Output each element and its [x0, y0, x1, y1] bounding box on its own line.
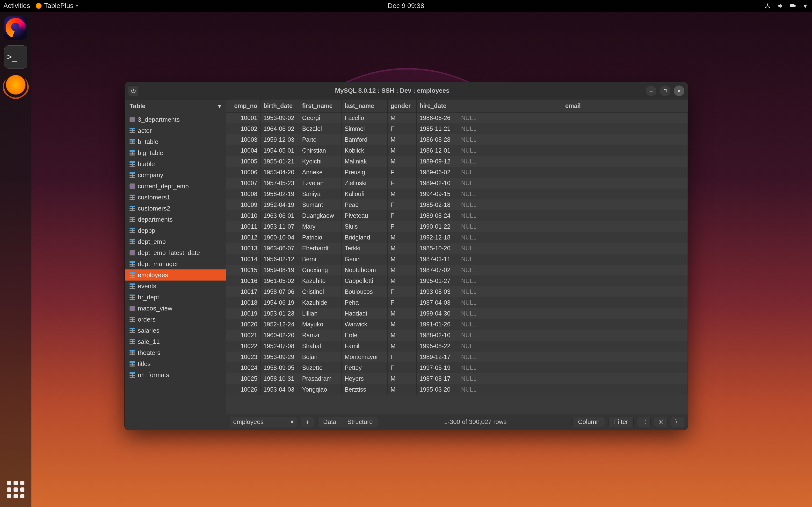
cell-last_name[interactable]: Heyers	[342, 373, 388, 384]
cell-emp_no[interactable]: 10002	[226, 123, 260, 134]
cell-emp_no[interactable]: 10013	[226, 243, 260, 254]
cell-emp_no[interactable]: 10026	[226, 384, 260, 395]
column-header-hire_date[interactable]: hire_date	[417, 100, 458, 112]
cell-email[interactable]: NULL	[458, 330, 688, 341]
cell-last_name[interactable]: Preusig	[342, 167, 388, 178]
cell-birth_date[interactable]: 1959-12-03	[260, 134, 299, 145]
cell-last_name[interactable]: Terkki	[342, 243, 388, 254]
column-header-emp_no[interactable]: emp_no	[226, 100, 260, 112]
cell-emp_no[interactable]: 10009	[226, 200, 260, 210]
cell-gender[interactable]: M	[388, 188, 417, 200]
cell-hire_date[interactable]: 1995-03-20	[417, 384, 458, 395]
table-row[interactable]: 100141956-02-12BerniGeninM1987-03-11NULL	[226, 254, 688, 265]
cell-email[interactable]: NULL	[458, 221, 688, 232]
cell-emp_no[interactable]: 10019	[226, 308, 260, 319]
cell-first_name[interactable]: Duangkaew	[299, 210, 342, 221]
cell-email[interactable]: NULL	[458, 362, 688, 373]
cell-hire_date[interactable]: 1986-06-26	[417, 113, 458, 123]
cell-first_name[interactable]: Kazuhito	[299, 276, 342, 286]
column-button[interactable]: Column	[572, 417, 605, 427]
cell-first_name[interactable]: Mary	[299, 221, 342, 232]
table-row[interactable]: 100051955-01-21KyoichiMaliniakM1989-09-1…	[226, 156, 688, 167]
cell-gender[interactable]: M	[388, 243, 417, 254]
cell-email[interactable]: NULL	[458, 351, 688, 362]
cell-email[interactable]: NULL	[458, 308, 688, 319]
column-header-gender[interactable]: gender	[388, 100, 417, 112]
cell-emp_no[interactable]: 10014	[226, 254, 260, 265]
table-row[interactable]: 100081958-02-19SaniyaKalloufiM1994-09-15…	[226, 188, 688, 200]
cell-hire_date[interactable]: 1988-02-10	[417, 330, 458, 341]
cell-last_name[interactable]: Genin	[342, 254, 388, 265]
cell-email[interactable]: NULL	[458, 113, 688, 123]
cell-hire_date[interactable]: 1987-08-17	[417, 373, 458, 384]
cell-emp_no[interactable]: 10022	[226, 341, 260, 351]
cell-hire_date[interactable]: 1989-08-24	[417, 210, 458, 221]
table-row[interactable]: 100201952-12-24MayukoWarwickM1991-01-26N…	[226, 319, 688, 330]
cell-gender[interactable]: M	[388, 319, 417, 330]
cell-first_name[interactable]: Bojan	[299, 351, 342, 362]
sidebar-item-company[interactable]: company	[125, 169, 226, 181]
cell-gender[interactable]: M	[388, 308, 417, 319]
cell-gender[interactable]: M	[388, 145, 417, 156]
sidebar-item-btable[interactable]: btable	[125, 158, 226, 169]
sidebar-item-salaries[interactable]: salaries	[125, 325, 226, 336]
dock-firefox-icon[interactable]	[4, 16, 27, 40]
cell-birth_date[interactable]: 1964-06-02	[260, 123, 299, 134]
cell-gender[interactable]: F	[388, 178, 417, 188]
cell-emp_no[interactable]: 10006	[226, 167, 260, 178]
cell-hire_date[interactable]: 1989-12-17	[417, 351, 458, 362]
table-selector[interactable]: employees ▾	[230, 417, 297, 427]
connection-power-button[interactable]	[128, 86, 139, 96]
cell-last_name[interactable]: Montemayor	[342, 351, 388, 362]
cell-hire_date[interactable]: 1990-01-22	[417, 221, 458, 232]
cell-birth_date[interactable]: 1953-04-20	[260, 167, 299, 178]
sidebar-item-titles[interactable]: titles	[125, 358, 226, 370]
cell-first_name[interactable]: Anneke	[299, 167, 342, 178]
cell-gender[interactable]: F	[388, 210, 417, 221]
cell-emp_no[interactable]: 10012	[226, 232, 260, 243]
cell-emp_no[interactable]: 10015	[226, 265, 260, 276]
cell-emp_no[interactable]: 10011	[226, 221, 260, 232]
cell-email[interactable]: NULL	[458, 178, 688, 188]
dock-terminal-icon[interactable]: >_	[4, 45, 27, 68]
cell-first_name[interactable]: Ramzi	[299, 330, 342, 341]
cell-first_name[interactable]: Cristinel	[299, 286, 342, 297]
cell-first_name[interactable]: Saniya	[299, 188, 342, 200]
cell-email[interactable]: NULL	[458, 297, 688, 308]
table-row[interactable]: 100131963-06-07EberhardtTerkkiM1985-10-2…	[226, 243, 688, 254]
sidebar-item-dept_emp[interactable]: dept_emp	[125, 236, 226, 247]
cell-first_name[interactable]: Chirstian	[299, 145, 342, 156]
sidebar-item-theaters[interactable]: theaters	[125, 347, 226, 358]
sidebar-item-deppp[interactable]: deppp	[125, 225, 226, 236]
cell-birth_date[interactable]: 1953-11-07	[260, 221, 299, 232]
cell-hire_date[interactable]: 1993-08-03	[417, 286, 458, 297]
cell-first_name[interactable]: Lillian	[299, 308, 342, 319]
cell-first_name[interactable]: Suzette	[299, 362, 342, 373]
table-row[interactable]: 100111953-11-07MarySluisF1990-01-22NULL	[226, 221, 688, 232]
cell-birth_date[interactable]: 1958-10-31	[260, 373, 299, 384]
window-minimize-button[interactable]	[646, 86, 656, 96]
cell-email[interactable]: NULL	[458, 134, 688, 145]
cell-birth_date[interactable]: 1954-05-01	[260, 145, 299, 156]
cell-gender[interactable]: F	[388, 297, 417, 308]
cell-first_name[interactable]: Prasadram	[299, 373, 342, 384]
cell-hire_date[interactable]: 1985-02-18	[417, 200, 458, 210]
cell-first_name[interactable]: Kyoichi	[299, 156, 342, 167]
next-page-button[interactable]: 〉	[671, 417, 684, 427]
cell-emp_no[interactable]: 10018	[226, 297, 260, 308]
cell-first_name[interactable]: Patricio	[299, 232, 342, 243]
cell-first_name[interactable]: Guoxiang	[299, 265, 342, 276]
cell-hire_date[interactable]: 1985-10-20	[417, 243, 458, 254]
cell-gender[interactable]: M	[388, 276, 417, 286]
table-row[interactable]: 100031959-12-03PartoBamfordM1986-08-28NU…	[226, 134, 688, 145]
cell-birth_date[interactable]: 1953-01-23	[260, 308, 299, 319]
network-icon[interactable]	[764, 3, 771, 9]
battery-icon[interactable]	[789, 3, 796, 9]
cell-first_name[interactable]: Shahaf	[299, 341, 342, 351]
cell-emp_no[interactable]: 10001	[226, 113, 260, 123]
cell-gender[interactable]: M	[388, 384, 417, 395]
cell-emp_no[interactable]: 10023	[226, 351, 260, 362]
cell-birth_date[interactable]: 1956-02-12	[260, 254, 299, 265]
column-header-first_name[interactable]: first_name	[299, 100, 342, 112]
cell-gender[interactable]: M	[388, 341, 417, 351]
